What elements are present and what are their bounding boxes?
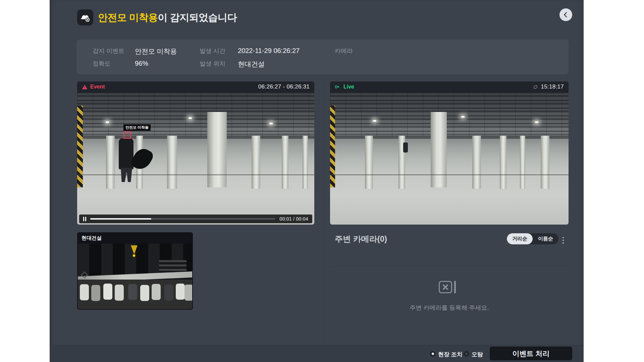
event-location-marker-beam <box>131 245 138 254</box>
info-value-accuracy: 96% <box>135 60 148 67</box>
parked-car <box>184 285 192 301</box>
info-value-location: 현대건설 <box>238 60 265 69</box>
sort-toggle: 거리순 이름순 <box>507 233 558 244</box>
parked-car <box>140 285 149 301</box>
live-clock: 15:18:17 <box>541 83 564 90</box>
pillar <box>365 136 373 189</box>
live-video-header: Live 15:18:17 <box>330 81 569 92</box>
parked-car <box>91 285 100 301</box>
parked-car <box>152 284 161 300</box>
column-divider <box>324 81 324 345</box>
info-value-detect-event: 안전모 미착용 <box>135 47 177 56</box>
parked-car <box>103 284 112 300</box>
event-info-panel: 감지 이벤트 안전모 미착용 발생 시간 2022-11-29 06:26:27… <box>76 40 569 74</box>
pillar <box>520 136 525 189</box>
info-label-location: 발생 위치 <box>200 60 225 68</box>
event-video-panel: Event 06:26:27 - 06:26:31 <box>77 81 314 225</box>
sort-by-distance-button[interactable]: 거리순 <box>507 233 533 244</box>
info-label-occur-time: 발생 시간 <box>200 47 225 55</box>
process-event-button[interactable]: 이벤트 처리 <box>490 347 572 360</box>
title-suffix: 이 감지되었습니다 <box>158 12 237 23</box>
radio-false-detection[interactable] <box>464 351 469 357</box>
live-video-frame[interactable] <box>330 92 569 225</box>
building-structure <box>159 260 186 273</box>
parked-car <box>115 285 124 301</box>
distant-person-silhouette <box>403 142 408 153</box>
event-video-header: Event 06:26:27 - 06:26:31 <box>77 81 314 92</box>
radio-false-detection-label[interactable]: 오탐 <box>472 351 483 358</box>
info-label-camera: 카메라 <box>335 47 353 55</box>
location-map-thumbnail[interactable]: 현대건설 <box>77 232 193 310</box>
chevron-left-icon <box>562 11 570 18</box>
sort-by-name-button[interactable]: 이름순 <box>533 233 558 244</box>
monitor-icon[interactable] <box>533 84 538 89</box>
event-video-frame[interactable]: 안전모 미착용 00:01 / 00:04 <box>77 92 314 225</box>
pause-button[interactable] <box>83 217 86 221</box>
radio-onsite-action-label[interactable]: 현장 조치 <box>438 351 463 358</box>
live-video-panel: Live 15:18:17 <box>330 81 569 225</box>
footer-bar: 현장 조치 오탐 이벤트 처리 <box>50 345 584 362</box>
event-location-marker-dot <box>132 254 136 257</box>
more-options-icon[interactable] <box>559 235 567 246</box>
event-detail-modal: 안전모 미착용이 감지되었습니다 감지 이벤트 안전모 미착용 발생 시간 20… <box>50 0 584 362</box>
nearby-cameras-title: 주변 카메라(0) <box>335 234 387 244</box>
nearby-empty-message: 주변 카메라를 등록해 주세요. <box>330 304 569 312</box>
helmet-off-icon <box>77 9 93 25</box>
garage-scene <box>330 92 569 225</box>
title-event-name: 안전모 미착용 <box>98 12 158 23</box>
parked-car <box>80 284 89 300</box>
live-badge: Live <box>343 84 354 90</box>
progress-bar[interactable] <box>90 218 275 220</box>
pillar <box>303 136 308 189</box>
pillar <box>106 136 115 189</box>
pillar <box>472 136 481 189</box>
pillar <box>207 112 227 187</box>
pillar <box>500 136 506 189</box>
aerial-image <box>78 244 192 309</box>
info-value-occur-time: 2022-11-29 06:26:27 <box>238 47 300 55</box>
playback-time: 00:01 / 00:04 <box>279 216 308 222</box>
pillar <box>431 112 447 187</box>
event-time-range: 06:26:27 - 06:26:31 <box>258 83 310 90</box>
pillar <box>541 136 549 189</box>
warning-triangle-icon <box>82 84 88 89</box>
parked-car <box>128 284 137 300</box>
back-button[interactable] <box>559 8 572 21</box>
no-camera-icon <box>439 280 458 294</box>
garage-scene <box>77 92 314 225</box>
parking-lot <box>78 280 192 309</box>
pillar <box>252 136 260 189</box>
page-title: 안전모 미착용이 감지되었습니다 <box>98 11 237 24</box>
parked-car <box>176 284 185 300</box>
pillar <box>282 136 288 189</box>
info-label-accuracy: 정확도 <box>93 60 111 68</box>
event-badge: Event <box>90 84 105 90</box>
detection-bounding-box <box>123 131 131 139</box>
person-silhouette <box>119 138 133 169</box>
detection-label: 안전모 미착용 <box>123 124 151 131</box>
radio-onsite-action[interactable] <box>430 351 436 357</box>
progress-fill <box>90 218 151 220</box>
video-controls: 00:01 / 00:04 <box>79 215 312 223</box>
live-broadcast-icon <box>335 84 341 89</box>
info-label-detect-event: 감지 이벤트 <box>93 47 124 55</box>
parked-car <box>164 285 173 301</box>
nearby-section-divider <box>330 266 569 266</box>
pillar <box>167 136 177 189</box>
map-title: 현대건설 <box>82 235 102 241</box>
